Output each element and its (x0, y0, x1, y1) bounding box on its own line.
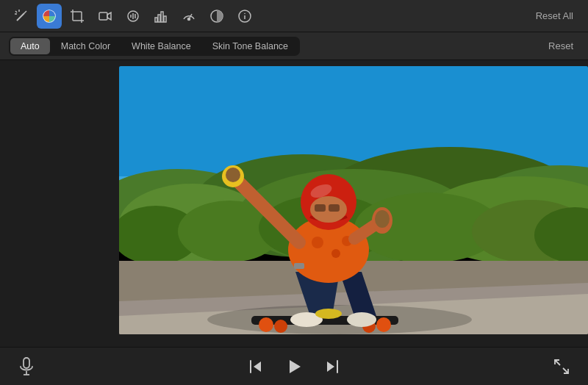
svg-rect-73 (24, 358, 29, 368)
tab-match-color[interactable]: Match Color (51, 38, 121, 54)
reset-all-button[interactable]: Reset All (530, 7, 579, 24)
svg-line-2 (15, 11, 17, 12)
crop-icon[interactable] (65, 4, 90, 29)
camera-video-icon[interactable] (93, 4, 118, 29)
svg-point-70 (347, 312, 376, 327)
color-tabs-row: Auto Match Color White Balance Skin Tone… (0, 32, 588, 60)
svg-point-67 (226, 168, 240, 182)
tab-white-balance[interactable]: White Balance (121, 38, 201, 54)
svg-point-26 (244, 12, 245, 14)
tab-skin-tone-balance[interactable]: Skin Tone Balance (202, 38, 298, 54)
video-player (119, 66, 588, 334)
svg-rect-18 (158, 15, 160, 22)
reset-button[interactable]: Reset (542, 37, 579, 54)
filter-icon[interactable] (204, 4, 229, 29)
svg-rect-6 (73, 12, 82, 21)
speedometer-icon[interactable] (176, 4, 201, 29)
svg-marker-77 (254, 361, 261, 372)
svg-point-68 (375, 210, 390, 228)
svg-point-50 (376, 317, 391, 332)
microphone-button[interactable] (15, 355, 38, 378)
svg-marker-80 (327, 361, 334, 372)
svg-rect-17 (155, 18, 157, 22)
play-button[interactable] (282, 355, 306, 378)
audio-icon[interactable] (121, 4, 146, 29)
color-tab-group: Auto Match Color White Balance Skin Tone… (9, 37, 300, 56)
info-icon[interactable] (232, 4, 257, 29)
svg-rect-20 (164, 16, 166, 22)
svg-point-54 (312, 237, 323, 248)
bottom-right-controls (550, 355, 573, 378)
svg-rect-66 (329, 204, 340, 212)
svg-rect-71 (294, 263, 304, 269)
svg-line-1 (24, 11, 26, 13)
svg-point-48 (274, 320, 287, 333)
bottom-left-controls (15, 355, 38, 378)
main-toolbar: Reset All (0, 0, 588, 32)
svg-line-82 (563, 368, 568, 373)
svg-rect-11 (99, 12, 107, 20)
bottom-controls (0, 347, 588, 385)
magic-wand-icon[interactable] (9, 4, 34, 29)
svg-line-0 (17, 13, 24, 21)
svg-rect-19 (161, 12, 163, 22)
skip-to-end-button[interactable] (320, 355, 344, 378)
svg-marker-78 (290, 360, 301, 373)
svg-point-55 (331, 249, 340, 258)
skip-to-start-button[interactable] (244, 355, 268, 378)
histogram-icon[interactable] (148, 4, 173, 29)
playback-controls (244, 355, 344, 378)
toolbar-icon-group (9, 4, 530, 29)
svg-line-81 (555, 360, 560, 365)
svg-point-47 (259, 317, 273, 332)
video-frame (119, 66, 588, 334)
tab-auto[interactable]: Auto (10, 38, 50, 54)
color-wheel-icon[interactable] (37, 4, 62, 29)
fullscreen-button[interactable] (550, 355, 573, 378)
svg-point-72 (315, 309, 342, 319)
svg-point-22 (188, 18, 190, 20)
svg-rect-65 (315, 204, 326, 212)
